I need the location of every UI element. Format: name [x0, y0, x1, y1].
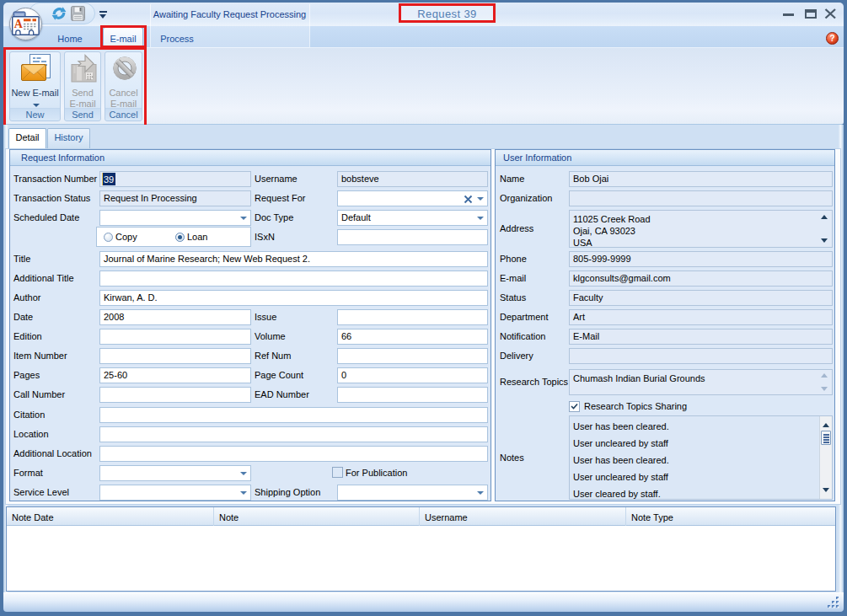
- svg-text:A: A: [14, 18, 24, 30]
